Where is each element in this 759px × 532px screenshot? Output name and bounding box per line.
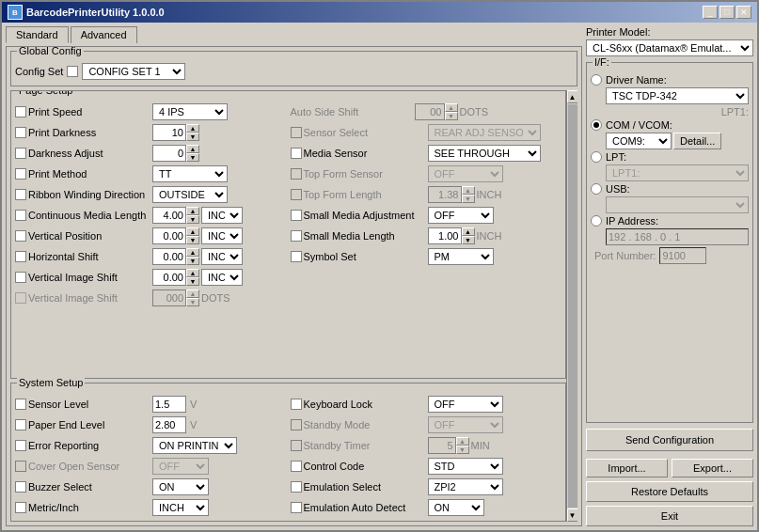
- keyboard-lock-select[interactable]: OFF: [428, 396, 503, 413]
- com-vcom-radio-row: COM / VCOM:: [591, 119, 749, 131]
- print-darkness-cb[interactable]: [15, 127, 26, 138]
- horizontal-shift-cb[interactable]: [15, 251, 26, 262]
- send-configuration-button[interactable]: Send Configuration: [586, 429, 753, 451]
- vertical-position-down[interactable]: ▼: [186, 236, 199, 244]
- scroll-down-button[interactable]: ▼: [567, 509, 578, 522]
- media-sensor-cb[interactable]: [291, 148, 302, 159]
- top-form-length-input: [428, 186, 462, 203]
- emulation-auto-cb[interactable]: [291, 502, 302, 513]
- horizontal-shift-up[interactable]: ▲: [186, 248, 199, 257]
- maximize-button[interactable]: □: [719, 6, 735, 19]
- small-media-adj-cb[interactable]: [291, 210, 302, 221]
- com-vcom-radio[interactable]: [591, 119, 602, 131]
- small-media-adj-select[interactable]: OFF: [428, 207, 494, 224]
- com-vcom-label: COM / VCOM:: [606, 119, 672, 131]
- buzzer-select-select[interactable]: ON: [152, 478, 209, 495]
- media-sensor-select[interactable]: SEE THROUGH: [428, 145, 541, 162]
- config-set-select[interactable]: CONFIG SET 1: [82, 63, 185, 80]
- emulation-select-row: Emulation Select ZPI2: [291, 477, 562, 496]
- print-method-select[interactable]: TT: [152, 165, 228, 182]
- driver-name-radio[interactable]: [591, 74, 602, 86]
- error-reporting-select[interactable]: ON PRINTING: [152, 437, 237, 454]
- small-media-length-up[interactable]: ▲: [462, 227, 475, 236]
- print-speed-select[interactable]: 4 IPS: [152, 103, 228, 120]
- continuous-media-unit[interactable]: INCH: [201, 207, 243, 224]
- vertical-position-up[interactable]: ▲: [186, 227, 199, 236]
- emulation-select-cb[interactable]: [291, 481, 302, 493]
- print-method-cb[interactable]: [15, 168, 26, 180]
- continuous-media-cb[interactable]: [15, 210, 26, 221]
- top-form-length-cb: [291, 189, 302, 200]
- tab-standard[interactable]: Standard: [6, 26, 69, 43]
- darkness-adjust-up[interactable]: ▲: [186, 145, 199, 153]
- small-media-length-cb[interactable]: [291, 230, 302, 242]
- vertical-image-shift-down[interactable]: ▼: [186, 277, 199, 286]
- paper-end-label: Paper End Level: [28, 419, 150, 430]
- sensor-level-input[interactable]: [152, 396, 186, 413]
- horizontal-shift-down[interactable]: ▼: [186, 257, 199, 265]
- vertical-image-shift-unit[interactable]: INCH: [201, 269, 243, 286]
- scroll-up-button[interactable]: ▲: [567, 90, 578, 103]
- sensor-level-cb[interactable]: [15, 399, 26, 410]
- com-select[interactable]: COM9:: [606, 133, 672, 149]
- import-button[interactable]: Import...: [586, 459, 668, 477]
- horizontal-shift-unit[interactable]: INCH: [201, 248, 243, 265]
- ribbon-winding-select[interactable]: OUTSIDE: [152, 186, 228, 203]
- lpt-radio[interactable]: [591, 151, 602, 163]
- darkness-adjust-row: Darkness Adjust ▲ ▼: [15, 144, 287, 163]
- buzzer-select-cb[interactable]: [15, 481, 26, 493]
- emulation-select-select[interactable]: ZPI2: [428, 478, 503, 495]
- error-reporting-cb[interactable]: [15, 440, 26, 451]
- ip-radio[interactable]: [591, 215, 602, 227]
- continuous-media-input[interactable]: [152, 207, 186, 224]
- main-window: B BarcodePrinterUtility 1.0.0.0 _ □ ✕ St…: [0, 0, 759, 532]
- metric-inch-select[interactable]: INCH: [152, 499, 209, 516]
- exit-button[interactable]: Exit: [586, 506, 753, 526]
- ribbon-winding-cb[interactable]: [15, 189, 26, 200]
- vertical-image-shift-input[interactable]: [152, 269, 186, 286]
- small-media-length-down[interactable]: ▼: [462, 236, 475, 244]
- print-darkness-down[interactable]: ▼: [186, 133, 199, 141]
- darkness-adjust-cb[interactable]: [15, 148, 26, 159]
- vertical-position-input[interactable]: [152, 227, 186, 244]
- darkness-adjust-down[interactable]: ▼: [186, 153, 199, 162]
- keyboard-lock-cb[interactable]: [291, 399, 302, 410]
- close-button[interactable]: ✕: [736, 6, 751, 19]
- tab-advanced[interactable]: Advanced: [71, 26, 137, 43]
- vertical-image-shift-up[interactable]: ▲: [186, 269, 199, 277]
- control-code-select[interactable]: STD: [428, 458, 503, 475]
- scroll-track[interactable]: [568, 104, 577, 508]
- print-speed-cb[interactable]: [15, 106, 26, 117]
- minimize-button[interactable]: _: [703, 6, 718, 19]
- symbol-set-select[interactable]: PM: [428, 248, 494, 265]
- config-set-checkbox[interactable]: [67, 66, 78, 77]
- paper-end-input[interactable]: [152, 416, 186, 433]
- vertical-image-shift-cb[interactable]: [15, 272, 26, 283]
- restore-defaults-button[interactable]: Restore Defaults: [586, 481, 753, 502]
- window-controls: _ □ ✕: [703, 6, 751, 19]
- usb-radio[interactable]: [591, 183, 602, 195]
- small-media-length-input[interactable]: [428, 227, 462, 244]
- control-code-cb[interactable]: [291, 461, 302, 472]
- printer-model-select[interactable]: CL-S6xx (Datamax® Emulat...: [586, 39, 753, 56]
- auto-side-dots-label: DOTS: [460, 106, 489, 117]
- standby-timer-input: [428, 437, 456, 454]
- continuous-media-down[interactable]: ▼: [186, 215, 199, 224]
- emulation-auto-select[interactable]: ON: [428, 499, 484, 516]
- darkness-adjust-input[interactable]: [152, 145, 186, 162]
- vertical-position-cb[interactable]: [15, 230, 26, 242]
- print-darkness-up[interactable]: ▲: [186, 124, 199, 133]
- print-darkness-input[interactable]: [152, 124, 186, 141]
- printer-model-section: Printer Model: CL-S6xx (Datamax® Emulat.…: [586, 26, 753, 56]
- export-button[interactable]: Export...: [672, 459, 753, 477]
- vertical-image-shift-dots-label: Vertical Image Shift: [28, 292, 150, 304]
- paper-end-cb[interactable]: [15, 419, 26, 430]
- horizontal-shift-label: Horizontal Shift: [28, 251, 150, 262]
- vertical-position-unit[interactable]: INCH: [201, 227, 243, 244]
- detail-button[interactable]: Detail...: [673, 133, 721, 149]
- symbol-set-cb[interactable]: [291, 251, 302, 262]
- horizontal-shift-input[interactable]: [152, 248, 186, 265]
- driver-name-select[interactable]: TSC TDP-342: [606, 87, 749, 104]
- metric-inch-cb[interactable]: [15, 502, 26, 513]
- continuous-media-up[interactable]: ▲: [186, 207, 199, 215]
